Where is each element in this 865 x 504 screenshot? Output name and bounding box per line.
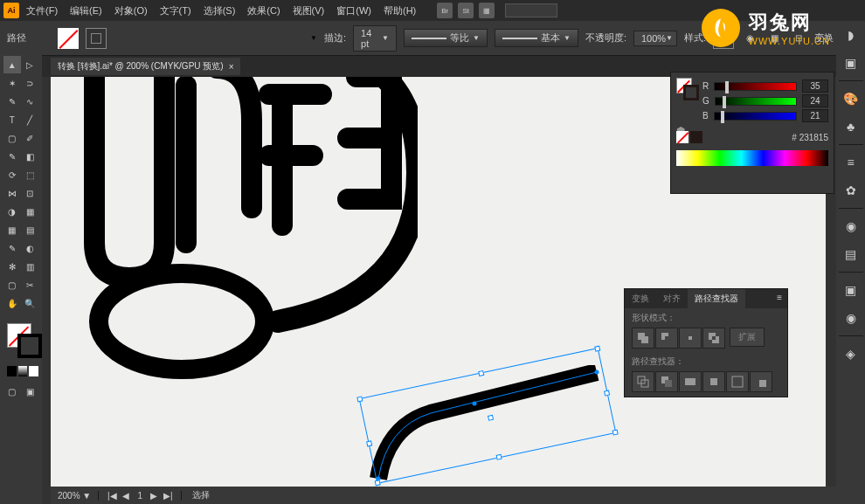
stock-icon[interactable]: St bbox=[458, 3, 474, 18]
swatch-chevron[interactable]: ▼ bbox=[310, 34, 317, 42]
align-tab[interactable]: 对齐 bbox=[656, 289, 688, 308]
mesh-tool[interactable]: ▦ bbox=[3, 221, 21, 238]
color-icon[interactable]: 🎨 bbox=[841, 88, 862, 109]
handle-mr[interactable] bbox=[604, 390, 610, 396]
handle-center[interactable] bbox=[488, 415, 494, 421]
properties-icon[interactable]: ◗ bbox=[841, 24, 862, 45]
menu-view[interactable]: 视图(V) bbox=[287, 4, 330, 17]
column-graph-tool[interactable]: ▥ bbox=[22, 258, 39, 275]
prev-artboard[interactable]: ◀ bbox=[120, 491, 132, 501]
perspective-tool[interactable]: ▦ bbox=[22, 203, 39, 220]
none-swatch[interactable] bbox=[676, 131, 689, 143]
b-slider[interactable] bbox=[714, 112, 797, 121]
g-slider[interactable] bbox=[715, 97, 797, 106]
unite-button[interactable] bbox=[632, 328, 654, 349]
menu-object[interactable]: 对象(O) bbox=[109, 4, 153, 17]
blend-tool[interactable]: ◐ bbox=[22, 239, 39, 257]
brush-dropdown[interactable]: 基本▼ bbox=[495, 29, 578, 47]
r-value[interactable]: 35 bbox=[802, 79, 828, 93]
stroke-icon[interactable]: ◉ bbox=[841, 216, 862, 237]
hex-value[interactable]: # 231815 bbox=[792, 133, 828, 142]
minus-front-button[interactable] bbox=[655, 328, 678, 349]
magic-wand-tool[interactable]: ✶ bbox=[3, 74, 21, 92]
symbols-icon[interactable]: ✿ bbox=[841, 180, 862, 201]
intersect-button[interactable] bbox=[679, 328, 702, 349]
handle-tm[interactable] bbox=[478, 370, 484, 376]
lasso-tool[interactable]: ⊃ bbox=[22, 74, 39, 92]
handle-bm[interactable] bbox=[496, 454, 502, 460]
artboard-number[interactable]: 1 bbox=[134, 491, 146, 501]
slice-tool[interactable]: ✂ bbox=[22, 276, 39, 293]
menu-select[interactable]: 选择(S) bbox=[198, 4, 241, 17]
appearance-icon[interactable]: ◉ bbox=[841, 307, 862, 328]
menu-file[interactable]: 文件(F) bbox=[21, 4, 63, 17]
type-tool[interactable]: T bbox=[3, 111, 21, 128]
menu-window[interactable]: 窗口(W) bbox=[331, 4, 377, 17]
gradient-mode[interactable] bbox=[18, 366, 28, 376]
screen-mode[interactable]: ▢ bbox=[3, 383, 21, 400]
width-tool[interactable]: ⋈ bbox=[3, 184, 21, 202]
color-mode[interactable] bbox=[7, 366, 17, 376]
zoom-field[interactable]: 200% ▼ bbox=[51, 491, 99, 501]
menu-effect[interactable]: 效果(C) bbox=[242, 4, 285, 17]
divide-button[interactable] bbox=[632, 371, 654, 392]
arrange-icon[interactable]: ▦ bbox=[479, 3, 495, 18]
panel-menu-icon[interactable]: ≡ bbox=[772, 289, 787, 308]
stroke-width-field[interactable]: 14 pt▼ bbox=[353, 25, 397, 52]
merge-button[interactable] bbox=[679, 371, 702, 392]
fill-swatch[interactable] bbox=[58, 28, 79, 49]
r-slider[interactable] bbox=[714, 82, 797, 91]
change-screen[interactable]: ▣ bbox=[22, 383, 39, 400]
libraries-icon[interactable]: ▣ bbox=[841, 52, 862, 73]
exclude-button[interactable] bbox=[702, 328, 725, 349]
shape-builder-tool[interactable]: ◑ bbox=[3, 203, 21, 220]
rectangle-tool[interactable]: ▢ bbox=[3, 129, 21, 147]
outline-button[interactable] bbox=[726, 371, 749, 392]
pathfinder-tab[interactable]: 路径查找器 bbox=[688, 289, 745, 308]
gradient-tool[interactable]: ▤ bbox=[22, 221, 39, 238]
shaper-tool[interactable]: ✎ bbox=[3, 148, 21, 165]
brushes-icon[interactable]: ≡ bbox=[841, 152, 862, 173]
hand-tool[interactable]: ✋ bbox=[3, 294, 21, 312]
g-value[interactable]: 24 bbox=[802, 94, 828, 107]
zoom-tool[interactable]: 🔍 bbox=[22, 294, 39, 312]
search-input[interactable] bbox=[505, 3, 557, 17]
handle-ml[interactable] bbox=[366, 440, 372, 446]
eraser-tool[interactable]: ◧ bbox=[22, 148, 39, 165]
stroke-swatch[interactable] bbox=[86, 28, 107, 49]
line-tool[interactable]: ╱ bbox=[22, 111, 39, 128]
menu-help[interactable]: 帮助(H) bbox=[378, 4, 421, 17]
rotate-tool[interactable]: ⟳ bbox=[3, 166, 21, 183]
next-artboard[interactable]: ▶ bbox=[148, 491, 160, 501]
handle-tr[interactable] bbox=[594, 346, 600, 352]
paintbrush-tool[interactable]: ✐ bbox=[22, 129, 39, 147]
expand-button[interactable]: 扩展 bbox=[730, 328, 765, 347]
bridge-icon[interactable]: Br bbox=[437, 3, 453, 18]
symbol-sprayer-tool[interactable]: ✻ bbox=[3, 258, 21, 275]
gradient-icon[interactable]: ▤ bbox=[841, 244, 862, 265]
fill-stroke-swatches[interactable] bbox=[3, 323, 38, 362]
artboard-tool[interactable]: ▢ bbox=[3, 276, 21, 293]
menu-text[interactable]: 文字(T) bbox=[155, 4, 197, 17]
curvature-tool[interactable]: ∿ bbox=[22, 93, 39, 110]
handle-bl[interactable] bbox=[375, 480, 381, 486]
handle-br[interactable] bbox=[612, 429, 619, 435]
handle-tl[interactable] bbox=[356, 396, 363, 402]
stroke-color[interactable] bbox=[17, 334, 42, 358]
free-transform-tool[interactable]: ⊡ bbox=[22, 184, 39, 202]
first-artboard[interactable]: |◀ bbox=[106, 491, 118, 501]
current-swatch[interactable] bbox=[690, 131, 702, 143]
swatches-icon[interactable]: ♣ bbox=[841, 116, 862, 137]
direct-selection-tool[interactable]: ▷ bbox=[22, 56, 39, 73]
crop-button[interactable] bbox=[702, 371, 725, 392]
transparency-icon[interactable]: ▣ bbox=[841, 280, 862, 300]
eyedropper-tool[interactable]: ✎ bbox=[3, 239, 21, 257]
spectrum-picker[interactable] bbox=[676, 150, 828, 166]
transform-tab[interactable]: 变换 bbox=[625, 289, 656, 308]
trim-button[interactable] bbox=[655, 371, 678, 392]
pen-tool[interactable]: ✎ bbox=[3, 93, 21, 110]
selection-tool[interactable]: ▲ bbox=[3, 56, 21, 73]
document-tab[interactable]: 转换 [转换].ai* @ 200% (CMYK/GPU 预览) × bbox=[51, 58, 240, 75]
panel-stroke-swatch[interactable] bbox=[683, 85, 699, 100]
last-artboard[interactable]: ▶| bbox=[162, 491, 174, 501]
